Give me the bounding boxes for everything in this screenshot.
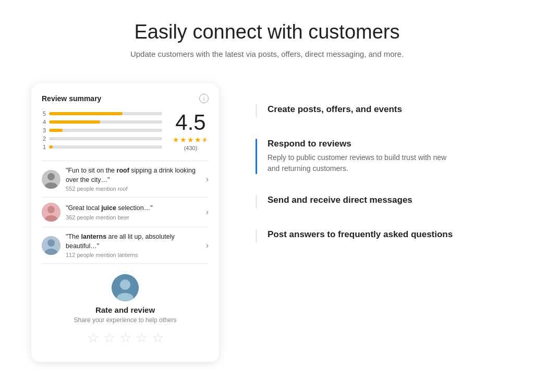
feature-text-2: Send and receive direct messages bbox=[268, 195, 412, 209]
card-area: Review summary i 5 4 bbox=[31, 83, 224, 362]
rate-star-1[interactable]: ☆ bbox=[87, 330, 99, 346]
feature-item-1: Respond to reviews Reply to public custo… bbox=[256, 128, 503, 185]
star-3: ★ bbox=[187, 136, 194, 144]
review-summary-header: Review summary i bbox=[42, 94, 209, 103]
review-mention-2: 112 people mention lanterns bbox=[66, 252, 201, 258]
header-section: Easily connect with customers Update cus… bbox=[130, 21, 404, 58]
review-avatar-1 bbox=[42, 203, 60, 222]
bar-fill-4 bbox=[49, 120, 100, 124]
bars-section: 5 4 3 bbox=[42, 111, 162, 152]
review-item-1[interactable]: "Great local juice selection…" 362 peopl… bbox=[42, 197, 209, 227]
feature-label-3: Post answers to frequently asked questio… bbox=[268, 229, 453, 240]
feature-bar-1 bbox=[256, 139, 257, 174]
features-list: Create posts, offers, and events Respond… bbox=[256, 83, 503, 253]
phone-card: Review summary i 5 4 bbox=[31, 83, 219, 362]
review-text-0: "Fun to sit on the roof sipping a drink … bbox=[66, 166, 201, 192]
page-wrapper: Easily connect with customers Update cus… bbox=[0, 0, 534, 392]
bar-row-5: 5 bbox=[42, 111, 162, 117]
main-content: Review summary i 5 4 bbox=[31, 83, 503, 362]
review-item-0[interactable]: "Fun to sit on the roof sipping a drink … bbox=[42, 161, 209, 197]
info-icon[interactable]: i bbox=[199, 94, 209, 103]
review-summary-body: 5 4 3 bbox=[42, 111, 209, 152]
review-summary-label: Review summary bbox=[42, 94, 101, 103]
rate-star-3[interactable]: ☆ bbox=[119, 330, 131, 346]
page-title: Easily connect with customers bbox=[130, 21, 404, 43]
star-2: ★ bbox=[180, 136, 187, 144]
bar-label-5: 5 bbox=[42, 111, 46, 117]
bar-fill-5 bbox=[49, 112, 123, 115]
rate-review-section: Rate and review Share your experience to… bbox=[42, 263, 209, 351]
feature-bar-0 bbox=[256, 104, 257, 118]
bar-track-4 bbox=[49, 120, 162, 124]
feature-text-1: Respond to reviews Reply to public custo… bbox=[268, 139, 455, 174]
feature-item-0: Create posts, offers, and events bbox=[256, 94, 503, 128]
svg-point-1 bbox=[45, 182, 57, 189]
svg-point-6 bbox=[47, 239, 55, 247]
chevron-right-icon-2: › bbox=[206, 241, 209, 250]
feature-text-0: Create posts, offers, and events bbox=[268, 104, 402, 118]
review-quote-2: "The lanterns are all lit up, absolutely… bbox=[66, 232, 201, 251]
review-item-2[interactable]: "The lanterns are all lit up, absolutely… bbox=[42, 227, 209, 263]
feature-item-2: Send and receive direct messages bbox=[256, 185, 503, 219]
rate-stars-row[interactable]: ☆ ☆ ☆ ☆ ☆ bbox=[87, 330, 164, 346]
review-text-2: "The lanterns are all lit up, absolutely… bbox=[66, 232, 201, 258]
bar-track-5 bbox=[49, 112, 162, 115]
review-quote-0: "Fun to sit on the roof sipping a drink … bbox=[66, 166, 201, 185]
rate-star-4[interactable]: ☆ bbox=[136, 330, 148, 346]
chevron-right-icon-0: › bbox=[206, 175, 209, 184]
rate-star-5[interactable]: ☆ bbox=[152, 330, 164, 346]
bar-label-3: 3 bbox=[42, 127, 46, 133]
star-1: ★ bbox=[173, 136, 179, 144]
rating-count: (430) bbox=[173, 145, 209, 151]
bar-label-4: 4 bbox=[42, 119, 46, 125]
page-subtitle: Update customers with the latest via pos… bbox=[130, 50, 404, 58]
svg-point-9 bbox=[120, 279, 130, 290]
rate-review-title: Rate and review bbox=[95, 305, 155, 314]
bar-row-2: 2 bbox=[42, 136, 162, 142]
svg-point-0 bbox=[47, 173, 55, 180]
feature-label-0: Create posts, offers, and events bbox=[268, 104, 402, 115]
feature-item-3: Post answers to frequently asked questio… bbox=[256, 219, 503, 253]
review-quote-1: "Great local juice selection…" bbox=[66, 204, 201, 213]
svg-point-3 bbox=[47, 206, 55, 213]
bar-track-2 bbox=[49, 137, 162, 140]
bar-row-3: 3 bbox=[42, 127, 162, 133]
feature-text-3: Post answers to frequently asked questio… bbox=[268, 229, 453, 243]
rate-star-2[interactable]: ☆ bbox=[103, 330, 115, 346]
review-mention-0: 552 people mention roof bbox=[66, 186, 201, 192]
review-text-1: "Great local juice selection…" 362 peopl… bbox=[66, 204, 201, 220]
rating-number: 4.5 bbox=[173, 112, 209, 133]
rating-stars-row: ★ ★ ★ ★ ★ ★ bbox=[173, 136, 209, 144]
bar-fill-2 bbox=[49, 137, 55, 140]
review-mention-1: 362 people mention beer bbox=[66, 214, 201, 220]
review-avatar-2 bbox=[42, 236, 60, 255]
bar-track-1 bbox=[49, 145, 162, 149]
feature-label-2: Send and receive direct messages bbox=[268, 195, 412, 205]
rate-review-subtitle: Share your experience to help others bbox=[74, 316, 177, 324]
bar-fill-3 bbox=[49, 129, 63, 132]
bar-row-4: 4 bbox=[42, 119, 162, 125]
review-avatar-0 bbox=[42, 170, 60, 189]
chevron-right-icon-1: › bbox=[206, 207, 209, 217]
bar-fill-1 bbox=[49, 145, 53, 149]
feature-label-1: Respond to reviews bbox=[268, 139, 455, 149]
star-5-half: ★ ★ bbox=[202, 136, 209, 144]
rating-display: 4.5 ★ ★ ★ ★ ★ ★ (430) bbox=[173, 112, 209, 151]
bar-row-1: 1 bbox=[42, 144, 162, 150]
star-4: ★ bbox=[195, 136, 201, 144]
bar-track-3 bbox=[49, 129, 162, 132]
feature-bar-3 bbox=[256, 229, 257, 243]
feature-bar-2 bbox=[256, 195, 257, 209]
bar-label-2: 2 bbox=[42, 136, 46, 142]
rate-avatar bbox=[112, 274, 139, 301]
bar-label-1: 1 bbox=[42, 144, 46, 150]
feature-description-1: Reply to public customer reviews to buil… bbox=[268, 152, 455, 174]
